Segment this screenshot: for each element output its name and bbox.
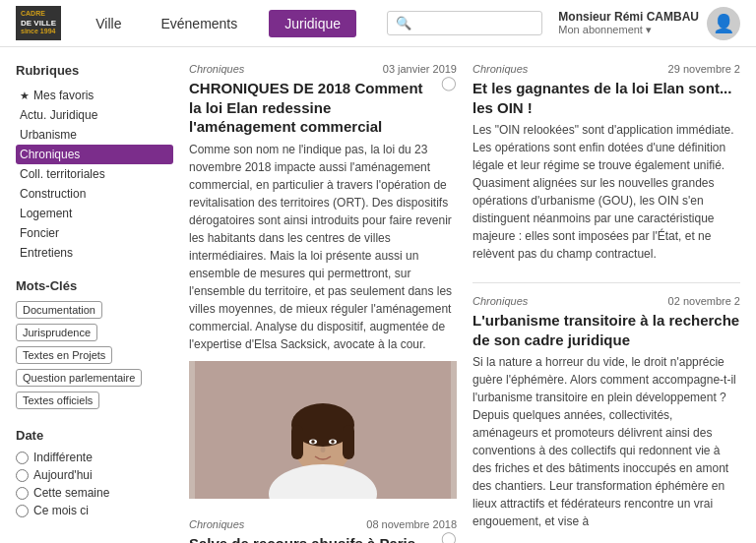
sidebar-item-foncier[interactable]: Foncier (16, 223, 173, 243)
user-subscription[interactable]: Mon abonnement ▾ (558, 24, 699, 36)
logo-line2: DE VILLE (21, 19, 56, 29)
article-card-4: Chroniques 02 novembre 2 L'urbanisme tra… (472, 295, 740, 530)
mots-cles-title: Mots-Clés (16, 278, 173, 293)
logo-sub: since 1994 (21, 28, 56, 35)
logo-line1: CADRE (21, 10, 56, 18)
avatar[interactable]: 👤 (707, 7, 740, 40)
user-area: Monsieur Rémi CAMBAU Mon abonnement ▾ 👤 (558, 7, 740, 40)
date-option-cette-semaine[interactable]: Cette semaine (16, 486, 173, 500)
search-input[interactable] (415, 16, 534, 30)
article-4-date: 02 novembre 2 (668, 295, 740, 307)
star-icon: ★ (20, 90, 30, 102)
header: CADRE DE VILLE since 1994 Ville Evénemen… (0, 0, 756, 47)
article-2-tag: Chroniques (189, 518, 244, 530)
svg-rect-6 (343, 425, 354, 459)
nav-juridique[interactable]: Juridique (269, 10, 356, 37)
sidebar-item-coll-territoriales[interactable]: Coll. territoriales (16, 164, 173, 184)
date-option-ce-mois-ci[interactable]: Ce mois ci (16, 504, 173, 517)
nav-ville[interactable]: Ville (88, 12, 129, 35)
svg-point-9 (311, 440, 315, 444)
article-card-1: Chroniques 03 janvier 2019 CHRONIQUES DE… (189, 63, 457, 499)
article-1-title[interactable]: CHRONIQUES DE 2018 Comment la loi Elan r… (189, 79, 435, 137)
nav-evenements[interactable]: Evénements (153, 12, 245, 35)
right-column: Chroniques 29 novembre 2 Et les gagnante… (472, 63, 740, 543)
keyword-jurisprudence[interactable]: Jurisprudence (16, 324, 97, 341)
left-column: Chroniques 03 janvier 2019 CHRONIQUES DE… (189, 63, 457, 543)
article-3-text: Les "OIN relookées" sont d'application i… (472, 121, 740, 263)
bookmark-icon-1[interactable]: ◯ (441, 75, 457, 90)
article-3-title[interactable]: Et les gagnantes de la loi Elan sont... … (472, 79, 740, 117)
date-option-indifferente[interactable]: Indifférente (16, 451, 173, 464)
article-2-date: 08 novembre 2018 (366, 518, 457, 530)
search-box: 🔍 (387, 11, 542, 35)
rubriques-title: Rubriques (16, 63, 173, 78)
user-name: Monsieur Rémi CAMBAU (558, 10, 699, 24)
divider (472, 282, 740, 283)
article-4-title[interactable]: L'urbanisme transitoire à la recherche d… (472, 311, 740, 349)
sidebar-item-logement[interactable]: Logement (16, 204, 173, 223)
date-title: Date (16, 428, 173, 443)
keyword-textes-officiels[interactable]: Textes officiels (16, 392, 99, 409)
svg-point-10 (331, 440, 335, 444)
svg-point-11 (321, 447, 326, 452)
article-1-image (189, 361, 457, 499)
sidebar-item-chroniques[interactable]: Chroniques (16, 145, 173, 164)
keyword-documentation[interactable]: Documentation (16, 301, 102, 319)
article-3-tag: Chroniques (472, 63, 528, 75)
sidebar-item-construction[interactable]: Construction (16, 184, 173, 204)
article-card-3: Chroniques 29 novembre 2 Et les gagnante… (472, 63, 740, 263)
main-layout: Rubriques ★ Mes favoris Actu. Juridique … (0, 47, 756, 543)
article-2-title[interactable]: Salve de recours abusifs à Paris contre … (189, 534, 435, 544)
sidebar-item-actu-juridique[interactable]: Actu. Juridique (16, 105, 173, 125)
article-1-tag: Chroniques (189, 63, 244, 75)
article-1-date: 03 janvier 2019 (383, 63, 457, 75)
logo[interactable]: CADRE DE VILLE since 1994 (16, 6, 61, 39)
sidebar-item-urbanisme[interactable]: Urbanisme (16, 125, 173, 145)
article-4-text: Si la nature a horreur du vide, le droit… (472, 353, 740, 530)
svg-rect-5 (291, 425, 303, 459)
article-3-date: 29 novembre 2 (668, 63, 740, 75)
main-nav: Ville Evénements Juridique (73, 10, 371, 37)
bookmark-icon-2[interactable]: ◯ (441, 530, 457, 544)
date-option-aujourd-hui[interactable]: Aujourd'hui (16, 468, 173, 482)
article-card-2: Chroniques 08 novembre 2018 Salve de rec… (189, 518, 457, 544)
article-1-meta: Chroniques 03 janvier 2019 (189, 63, 457, 75)
search-icon: 🔍 (396, 16, 411, 30)
sidebar-item-entretiens[interactable]: Entretiens (16, 243, 173, 263)
article-3-meta: Chroniques 29 novembre 2 (472, 63, 740, 75)
sidebar-item-favoris[interactable]: ★ Mes favoris (16, 86, 173, 105)
article-4-meta: Chroniques 02 novembre 2 (472, 295, 740, 307)
sidebar: Rubriques ★ Mes favoris Actu. Juridique … (16, 63, 173, 543)
keyword-question-parlementaire[interactable]: Question parlementaire (16, 369, 142, 387)
article-4-tag: Chroniques (472, 295, 528, 307)
keyword-textes-en-projets[interactable]: Textes en Projets (16, 346, 112, 364)
article-1-text: Comme son nom ne l'indique pas, la loi d… (189, 141, 457, 353)
article-2-meta: Chroniques 08 novembre 2018 (189, 518, 457, 530)
content-area: Chroniques 03 janvier 2019 CHRONIQUES DE… (189, 63, 740, 543)
